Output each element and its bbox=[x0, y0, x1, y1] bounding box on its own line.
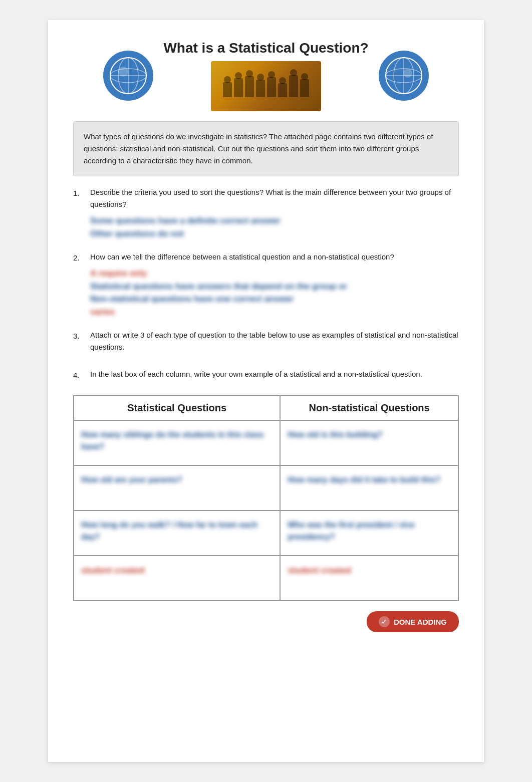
table-row: How long do you walk? / How far to town … bbox=[74, 510, 458, 556]
cell-nonstat-1: How old is this building? bbox=[288, 429, 451, 441]
done-button-label: DONE ADDING bbox=[394, 618, 447, 626]
cell-stat-3: How long do you walk? / How far to town … bbox=[81, 519, 273, 543]
cell-nonstat-2: How many days did it take to build this? bbox=[288, 474, 451, 486]
svg-point-11 bbox=[403, 69, 412, 78]
questions-list: 1. Describe the criteria you used to sor… bbox=[73, 186, 459, 384]
q1-answer: Some questions have a definite correct a… bbox=[90, 214, 459, 240]
left-globe-icon bbox=[103, 51, 153, 101]
question-3: 3. Attach or write 3 of each type of que… bbox=[73, 329, 459, 357]
cell-stat-2: How old are your parents? bbox=[81, 474, 273, 486]
page-title: What is a Statistical Question? bbox=[163, 40, 368, 56]
footer: ✓ DONE ADDING bbox=[73, 611, 459, 632]
q1-text: Describe the criteria you used to sort t… bbox=[90, 186, 459, 210]
page: What is a Statistical Question? bbox=[48, 20, 484, 762]
table-row: How many siblings do the students in thi… bbox=[74, 420, 458, 465]
svg-point-5 bbox=[118, 67, 128, 77]
table-row: student created student created bbox=[74, 556, 458, 601]
done-adding-button[interactable]: ✓ DONE ADDING bbox=[367, 611, 459, 632]
header-image bbox=[211, 61, 321, 111]
col1-header: Statistical Questions bbox=[74, 396, 280, 420]
q2-answer: A require only Statistical questions hav… bbox=[90, 267, 459, 318]
cell-stat-1: How many siblings do the students in thi… bbox=[81, 429, 273, 453]
header: What is a Statistical Question? bbox=[73, 40, 459, 111]
q3-text: Attach or write 3 of each type of questi… bbox=[90, 329, 459, 353]
cell-stat-4: student created bbox=[81, 564, 273, 577]
cell-nonstat-4: student created bbox=[288, 564, 451, 577]
questions-table: Statistical Questions Non-statistical Qu… bbox=[73, 395, 459, 601]
intro-text: What types of questions do we investigat… bbox=[73, 121, 459, 176]
question-4: 4. In the last box of each column, write… bbox=[73, 368, 459, 384]
right-globe-icon bbox=[379, 51, 429, 101]
question-1: 1. Describe the criteria you used to sor… bbox=[73, 186, 459, 240]
cell-nonstat-3: Who was the first president / vice presi… bbox=[288, 519, 451, 543]
q2-text: How can we tell the difference between a… bbox=[90, 251, 459, 263]
col2-header: Non-statistical Questions bbox=[280, 396, 458, 420]
question-2: 2. How can we tell the difference betwee… bbox=[73, 251, 459, 318]
table-row: How old are your parents? How many days … bbox=[74, 465, 458, 510]
done-icon: ✓ bbox=[379, 616, 390, 627]
q4-text: In the last box of each column, write yo… bbox=[90, 368, 459, 380]
